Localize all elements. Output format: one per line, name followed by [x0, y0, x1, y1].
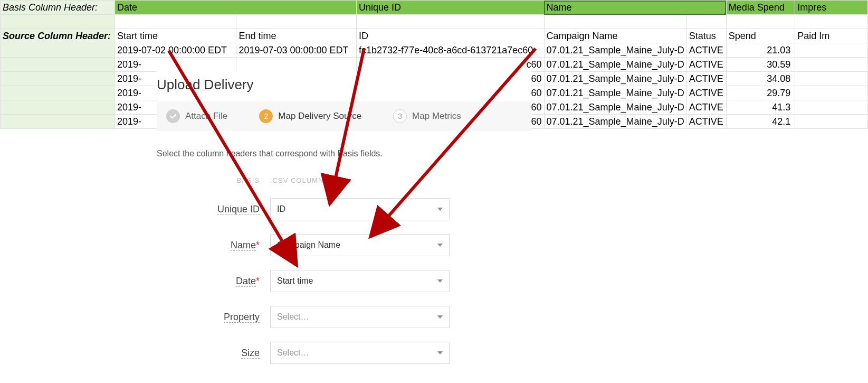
form-column-headers: BASIS .CSV COLUMNS	[157, 176, 531, 184]
form-label: Unique ID	[157, 204, 270, 215]
source-header-row: Source Column Header: Start time End tim…	[1, 29, 868, 43]
cell-end[interactable]: 2019-07-03 00:00:00 EDT	[236, 43, 357, 58]
chevron-down-icon	[437, 315, 443, 319]
cell-imp[interactable]	[795, 72, 868, 86]
select-property[interactable]: Select…	[270, 306, 450, 328]
select-size[interactable]: Select…	[270, 342, 450, 364]
src-col-paidimp[interactable]: Paid Im	[795, 29, 868, 43]
src-col-spend[interactable]: Spend	[726, 29, 795, 43]
cell-status[interactable]: ACTIVE	[686, 115, 726, 129]
step-map-metrics[interactable]: 3 Map Metrics	[393, 109, 461, 123]
cell-campaign[interactable]: 07.01.21_Sample_Maine_July-D	[544, 72, 686, 86]
basis-col-mediaspend[interactable]: Media Spend	[726, 1, 795, 15]
cell-campaign[interactable]: 07.01.21_Sample_Maine_July-D	[544, 58, 686, 72]
table-row: 2019-07-02 00:00:00 EDT 2019-07-03 00:00…	[1, 43, 868, 58]
cell-spend[interactable]: 41.3	[726, 100, 795, 115]
chevron-down-icon	[437, 351, 443, 354]
select-value: Select…	[277, 348, 309, 358]
cell-spend[interactable]: 21.03	[726, 43, 795, 58]
step-label: Map Delivery Source	[278, 111, 361, 122]
form-label: Property	[157, 312, 270, 323]
basis-header-label: Basis Column Header:	[1, 1, 115, 15]
map-row-date: Date* Start time	[157, 270, 531, 292]
cell-spend[interactable]: 29.79	[726, 86, 795, 100]
cell-campaign[interactable]: 07.01.21_Sample_Maine_July-D	[544, 86, 686, 100]
wizard-steps: Attach File 2 Map Delivery Source 3 Map …	[157, 101, 531, 131]
cell-status[interactable]: ACTIVE	[686, 58, 726, 72]
basis-col-uniqueid[interactable]: Unique ID	[357, 1, 544, 15]
chevron-down-icon	[437, 208, 443, 211]
select-value: Campaign Name	[277, 240, 340, 250]
form-head-basis: BASIS	[157, 176, 270, 184]
cell-imp[interactable]	[795, 58, 868, 72]
cell-imp[interactable]	[795, 86, 868, 100]
cell-start[interactable]: 2019-07-02 00:00:00 EDT	[115, 43, 236, 58]
dialog-title: Upload Delivery	[157, 77, 531, 93]
select-value: Start time	[277, 276, 313, 286]
map-row-name: Name* Campaign Name	[157, 234, 531, 256]
cell-id[interactable]: c60	[357, 58, 544, 72]
check-icon	[166, 109, 180, 123]
cell-imp[interactable]	[795, 43, 868, 58]
form-head-csv: .CSV COLUMNS	[270, 176, 450, 184]
chevron-down-icon	[437, 279, 443, 283]
basis-col-date[interactable]: Date	[115, 1, 356, 15]
cell-spend[interactable]: 34.08	[726, 72, 795, 86]
map-row-property: Property Select…	[157, 306, 531, 328]
cell-campaign[interactable]: 07.01.21_Sample_Maine_July-D	[544, 100, 686, 115]
select-date[interactable]: Start time	[270, 270, 450, 292]
step-label: Attach File	[185, 111, 227, 122]
select-value: Select…	[277, 312, 309, 322]
basis-header-row: Basis Column Header: Date Unique ID Name…	[1, 1, 868, 15]
src-col-start[interactable]: Start time	[115, 29, 236, 43]
select-uniqueid[interactable]: ID	[270, 198, 450, 220]
upload-delivery-dialog: Upload Delivery Attach File 2 Map Delive…	[157, 71, 531, 364]
cell-end[interactable]	[236, 58, 357, 72]
select-name[interactable]: Campaign Name	[270, 234, 450, 256]
cell-status[interactable]: ACTIVE	[686, 43, 726, 58]
src-col-campaignname[interactable]: Campaign Name	[544, 29, 686, 43]
form-label: Date*	[157, 276, 270, 287]
source-header-label: Source Column Header:	[1, 29, 115, 43]
chevron-down-icon	[437, 244, 443, 247]
map-row-size: Size Select…	[157, 342, 531, 364]
cell-start[interactable]: 2019-	[115, 58, 236, 72]
step-map-delivery-source[interactable]: 2 Map Delivery Source	[259, 109, 361, 123]
step-number-icon: 2	[259, 109, 273, 123]
cell-status[interactable]: ACTIVE	[686, 72, 726, 86]
table-row: 2019- c60 07.01.21_Sample_Maine_July-D A…	[1, 58, 868, 72]
cell-campaign[interactable]: 07.01.21_Sample_Maine_July-D	[544, 43, 686, 58]
cell-status[interactable]: ACTIVE	[686, 86, 726, 100]
map-row-uniqueid: Unique ID ID	[157, 198, 531, 220]
src-col-status[interactable]: Status	[686, 29, 726, 43]
basis-col-impressions[interactable]: Impres	[795, 1, 868, 15]
src-col-end[interactable]: End time	[236, 29, 357, 43]
cell-id[interactable]: fc1b2732-f77e-40c8-a6cd-613721a7ec60	[357, 43, 544, 58]
cell-spend[interactable]: 30.59	[726, 58, 795, 72]
cell-campaign[interactable]: 07.01.21_Sample_Maine_July-D	[544, 115, 686, 129]
cell-imp[interactable]	[795, 100, 868, 115]
form-label: Size	[157, 348, 270, 359]
cell-status[interactable]: ACTIVE	[686, 100, 726, 115]
form-label: Name*	[157, 240, 270, 251]
cell-spend[interactable]: 42.1	[726, 115, 795, 129]
cell-imp[interactable]	[795, 115, 868, 129]
src-col-id[interactable]: ID	[357, 29, 544, 43]
step-attach-file[interactable]: Attach File	[166, 109, 227, 123]
dialog-instruction: Select the column headers that correspon…	[157, 149, 531, 158]
select-value: ID	[277, 204, 285, 214]
spacer-row	[1, 15, 868, 29]
step-label: Map Metrics	[412, 111, 461, 122]
step-number-icon: 3	[393, 109, 407, 123]
basis-col-name[interactable]: Name	[544, 1, 726, 15]
